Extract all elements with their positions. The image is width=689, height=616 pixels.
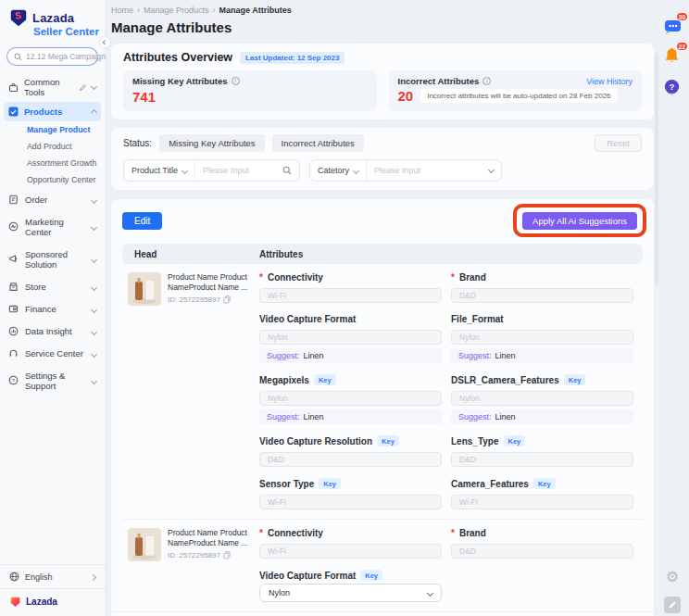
chevron-down-icon bbox=[91, 257, 97, 263]
attribute-field: Video Capture ResolutionKey bbox=[259, 435, 442, 467]
marketing-icon bbox=[8, 221, 19, 232]
page-editor-button[interactable] bbox=[662, 595, 683, 615]
chat-badge: 30 bbox=[676, 12, 688, 21]
attribute-input[interactable] bbox=[259, 495, 442, 509]
sidebar-item-order[interactable]: Order bbox=[0, 188, 105, 210]
attribute-input[interactable] bbox=[259, 288, 442, 303]
attribute-select[interactable]: Nylon bbox=[259, 584, 442, 602]
status-label: Status: bbox=[123, 138, 152, 148]
attribute-input[interactable] bbox=[451, 391, 633, 406]
attribute-label: Connectivity bbox=[268, 528, 323, 538]
product-title-input[interactable] bbox=[195, 166, 281, 175]
attribute-input[interactable] bbox=[259, 544, 442, 559]
info-icon[interactable]: i bbox=[232, 77, 240, 85]
sidebar-menu: Common Tools Products Manage Product Add… bbox=[0, 72, 105, 396]
sidebar-item-sponsored-solution[interactable]: Sponsored Solution bbox=[0, 243, 105, 275]
chevron-up-icon bbox=[91, 109, 97, 116]
column-head: Head bbox=[122, 249, 250, 259]
status-pill-missing-key[interactable]: Missing Key Attributes bbox=[159, 134, 264, 152]
attribute-field: Lens_TypeKey bbox=[451, 435, 633, 467]
attribute-input[interactable] bbox=[259, 330, 442, 345]
table-row: Product Name Product NameProduct Name ..… bbox=[122, 519, 643, 611]
attribute-label: Megapixels bbox=[259, 375, 309, 385]
sidebar-search-input[interactable] bbox=[26, 52, 106, 61]
attribute-label: Camera_Features bbox=[451, 479, 529, 489]
attribute-input[interactable] bbox=[259, 452, 442, 467]
chevron-left-icon bbox=[103, 40, 107, 44]
attribute-field: Sensor TypeKey bbox=[259, 478, 442, 509]
service-icon bbox=[8, 348, 19, 358]
sidebar-item-common-tools[interactable]: Common Tools bbox=[0, 72, 105, 102]
chevron-down-icon bbox=[91, 350, 97, 357]
reset-button[interactable]: Reset bbox=[595, 134, 642, 152]
pencil-icon bbox=[79, 83, 87, 92]
sidebar-subitem-opportunity-center[interactable]: Opportunity Center bbox=[0, 171, 105, 188]
attributes-overview-card: Attributes Overview Last Updated: 12 Sep… bbox=[111, 44, 654, 119]
status-pill-incorrect[interactable]: Incorrect Attributes bbox=[272, 134, 364, 152]
filter-field-selector[interactable]: Product Title bbox=[124, 160, 195, 181]
sidebar-item-settings-support[interactable]: ? Settings & Support bbox=[0, 364, 105, 396]
brand-name: Lazada bbox=[32, 11, 74, 25]
attribute-field: MegapixelsKey Suggest:Linen bbox=[259, 374, 442, 424]
ai-suggestion[interactable]: Suggest:Linen bbox=[451, 348, 633, 363]
chevron-down-icon bbox=[427, 590, 433, 597]
sidebar-item-marketing-center[interactable]: Marketing Center bbox=[0, 210, 105, 243]
help-button[interactable]: ? bbox=[662, 78, 683, 98]
attribute-input[interactable] bbox=[451, 288, 633, 303]
category-input[interactable] bbox=[367, 166, 487, 175]
ai-suggestion[interactable]: Suggest:Linen bbox=[451, 409, 633, 424]
sidebar-subitem-assortment-growth[interactable]: Assortment Growth bbox=[0, 155, 105, 171]
chevron-down-icon bbox=[91, 196, 97, 203]
attribute-input[interactable] bbox=[451, 544, 633, 559]
scrollbar[interactable] bbox=[655, 53, 658, 284]
attribute-input[interactable] bbox=[259, 391, 442, 406]
sidebar-item-data-insight[interactable]: Data Insight bbox=[0, 320, 105, 342]
sidebar-item-finance[interactable]: Finance bbox=[0, 297, 105, 320]
product-title-filter: Product Title bbox=[123, 159, 300, 182]
language-selector[interactable]: English bbox=[0, 564, 105, 588]
attribute-label: Video Capture Resolution bbox=[259, 436, 372, 446]
info-icon[interactable]: i bbox=[482, 77, 491, 85]
sidebar-collapse-button[interactable] bbox=[99, 36, 111, 48]
chevron-down-icon bbox=[353, 168, 359, 174]
attribute-label: Brand bbox=[459, 528, 486, 538]
missing-key-attributes-card: Missing Key Attributes i 741 bbox=[123, 70, 377, 111]
chat-button[interactable]: 30 bbox=[662, 17, 683, 37]
attribute-label: Connectivity bbox=[268, 272, 323, 283]
apply-all-ai-suggestions-button[interactable]: Apply All Ai Suggestions bbox=[522, 212, 637, 230]
ai-suggestion[interactable]: Suggest:Linen bbox=[259, 348, 442, 363]
product-image bbox=[128, 272, 161, 306]
notifications-button[interactable]: 22 bbox=[662, 46, 683, 67]
view-history-link[interactable]: View History bbox=[586, 77, 633, 86]
column-attributes: Attributes bbox=[250, 249, 303, 259]
attribute-input[interactable] bbox=[451, 495, 633, 509]
breadcrumb-manage-products[interactable]: Manage Products bbox=[144, 6, 209, 15]
filter-field-selector[interactable]: Catetory bbox=[310, 160, 367, 181]
sidebar-item-products[interactable]: Products bbox=[4, 102, 101, 121]
attribute-field: Video Capture Format Suggest:Linen bbox=[259, 314, 442, 363]
sponsored-icon bbox=[8, 254, 19, 264]
svg-text:?: ? bbox=[12, 378, 16, 383]
product-cell: Product Name Product NameProduct Name ..… bbox=[122, 528, 250, 602]
sidebar-item-store[interactable]: Store bbox=[0, 275, 105, 297]
key-badge: Key bbox=[319, 478, 341, 489]
copy-icon[interactable] bbox=[223, 551, 231, 559]
chevron-down-icon[interactable] bbox=[487, 170, 501, 172]
copy-icon[interactable] bbox=[223, 295, 231, 304]
product-name: Product Name Product NameProduct Name ..… bbox=[168, 272, 249, 293]
sidebar-item-service-center[interactable]: Service Center bbox=[0, 342, 105, 364]
settings-gear-button[interactable]: ⚙ bbox=[662, 567, 683, 587]
attribute-input[interactable] bbox=[451, 452, 633, 467]
ai-suggestion[interactable]: Suggest:Linen bbox=[259, 409, 442, 424]
edit-button[interactable]: Edit bbox=[122, 212, 162, 230]
table-header: Head Attributes bbox=[122, 244, 643, 264]
sidebar-subitem-add-product[interactable]: Add Product bbox=[0, 138, 105, 155]
search-icon[interactable] bbox=[281, 166, 299, 175]
breadcrumb-home[interactable]: Home bbox=[111, 6, 133, 15]
last-updated-badge: Last Updated: 12 Sep 2023 bbox=[240, 52, 344, 64]
annotation-highlight-box: Apply All Ai Suggestions bbox=[513, 204, 646, 237]
product-name: Product Name Product NameProduct Name ..… bbox=[168, 528, 249, 548]
attribute-input[interactable] bbox=[451, 330, 633, 345]
attribute-field: *Brand bbox=[451, 272, 633, 303]
sidebar-subitem-manage-product[interactable]: Manage Product bbox=[0, 121, 105, 138]
